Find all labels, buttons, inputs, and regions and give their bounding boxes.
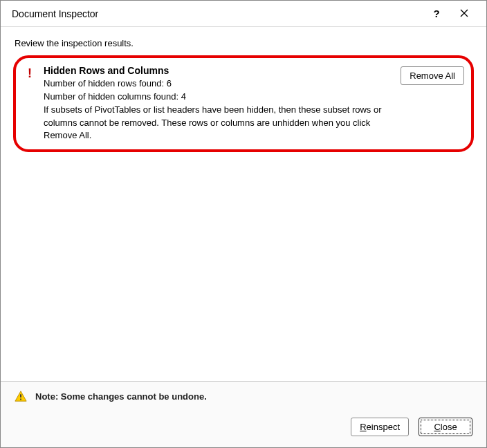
reinspect-button[interactable]: Reinspect — [351, 418, 409, 436]
svg-rect-2 — [20, 399, 21, 400]
alert-icon: ! — [23, 65, 37, 80]
result-body: Hidden Rows and Columns Number of hidden… — [44, 65, 394, 142]
titlebar: Document Inspector ? — [1, 1, 486, 27]
help-button[interactable]: ? — [423, 1, 450, 27]
footer-note-bar: Note: Some changes cannot be undone. — [1, 381, 486, 411]
window-close-button[interactable] — [450, 1, 478, 27]
footer-note-text: Note: Some changes cannot be undone. — [35, 391, 207, 402]
result-hidden-rows: Number of hidden rows found: 6 — [44, 77, 389, 91]
document-inspector-dialog: Document Inspector ? Review the inspecti… — [0, 0, 487, 448]
dialog-title: Document Inspector — [12, 8, 423, 19]
result-row: ! Hidden Rows and Columns Number of hidd… — [23, 65, 464, 142]
result-hidden-columns: Number of hidden columns found: 4 — [44, 91, 389, 104]
highlighted-result: ! Hidden Rows and Columns Number of hidd… — [13, 55, 474, 152]
close-button[interactable]: Close — [419, 418, 472, 436]
remove-all-button[interactable]: Remove All — [401, 66, 464, 85]
result-explanation: If subsets of PivotTables or list header… — [44, 104, 389, 143]
footer-buttons: Reinspect Close — [1, 411, 486, 447]
close-icon — [460, 8, 468, 20]
review-subtitle: Review the inspection results. — [1, 27, 486, 55]
result-action: Remove All — [401, 65, 464, 85]
results-area: ! Hidden Rows and Columns Number of hidd… — [13, 55, 474, 374]
result-title: Hidden Rows and Columns — [44, 65, 389, 76]
warning-icon — [15, 390, 27, 402]
svg-rect-1 — [20, 394, 21, 398]
